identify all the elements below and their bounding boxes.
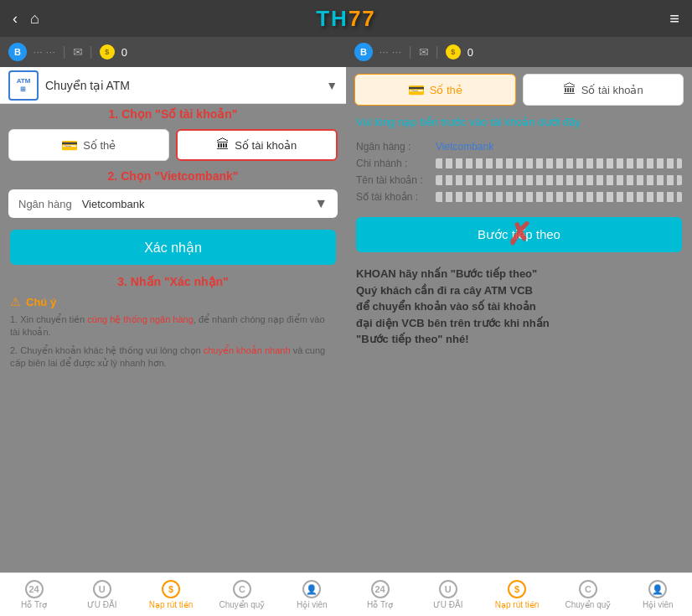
uudai-label-left: ƯU ĐÃI bbox=[87, 600, 117, 609]
bank-chevron-icon: ▼ bbox=[314, 196, 328, 211]
warning-icon-left: ⚠ bbox=[10, 295, 21, 308]
right-nav-chuyenquy[interactable]: C Chuyển quỹ bbox=[565, 580, 611, 609]
bank-info-ngan-hang: Ngân hàng : Vietcombank bbox=[356, 138, 682, 155]
right-status-bar: B ··· ··· | ✉ | $ 0 bbox=[346, 37, 692, 67]
right-tab-row: 💳 Số thẻ 🏛 Số tài khoản bbox=[346, 67, 692, 112]
right-tab-so-tai-khoan[interactable]: 🏛 Số tài khoản bbox=[523, 74, 684, 106]
uudai-icon-right: U bbox=[439, 580, 457, 598]
menu-button[interactable]: ≡ bbox=[669, 9, 679, 28]
right-bottom-nav: 24 Hỗ Trợ U ƯU ĐÃI $ Nạp rút tiền C Chuy… bbox=[346, 572, 692, 616]
left-balance: 0 bbox=[121, 46, 127, 59]
bank-info-grid: Ngân hàng : Vietcombank Chi nhánh : Tên … bbox=[346, 135, 692, 209]
bank-info-chi-nhanh-val bbox=[436, 158, 682, 168]
right-balance: 0 bbox=[467, 46, 473, 59]
naprutien-label-left: Nạp rút tiền bbox=[149, 600, 194, 609]
left-status-bar: B ··· ··· | ✉ | $ 0 bbox=[0, 37, 346, 67]
chuyenquy-label-left: Chuyển quỹ bbox=[219, 600, 265, 609]
right-nav-hoivien[interactable]: 👤 Hội viên bbox=[637, 580, 679, 609]
left-tab-row: 💳 Số thẻ 🏛 Số tài khoản bbox=[0, 124, 346, 166]
right-nav-hotro[interactable]: 24 Hỗ Trợ bbox=[359, 580, 401, 609]
bank-icon-right: 🏛 bbox=[563, 82, 576, 97]
tab-so-tai-khoan-label-left: Số tài khoản bbox=[235, 139, 297, 152]
left-mail-icon[interactable]: ✉ bbox=[73, 45, 83, 59]
card-icon-left: 💳 bbox=[61, 137, 78, 153]
tab-so-tai-khoan-left[interactable]: 🏛 Số tài khoản bbox=[176, 129, 338, 161]
right-avatar: B bbox=[354, 43, 373, 61]
atm-label: Chuyển tại ATM bbox=[45, 79, 326, 92]
uudai-label-right: ƯU ĐÃI bbox=[433, 600, 463, 609]
left-account-dots: ··· ··· bbox=[34, 48, 55, 57]
atm-icon: ATM⊞ bbox=[8, 70, 39, 101]
left-nav-chuyenquy[interactable]: C Chuyển quỹ bbox=[219, 580, 265, 609]
naprutien-icon-left: $ bbox=[162, 580, 180, 598]
left-coin-icon: $ bbox=[100, 44, 115, 60]
hotro-label-left: Hỗ Trợ bbox=[21, 600, 47, 609]
right-nav-uudai[interactable]: U ƯU ĐÃI bbox=[427, 580, 469, 609]
atm-chevron-icon: ▼ bbox=[326, 79, 338, 92]
bank-info-so-tk: Số tài khoản : bbox=[356, 189, 682, 205]
right-account-dots: ··· ··· bbox=[380, 48, 401, 57]
hoivien-label-right: Hội viên bbox=[643, 600, 674, 609]
left-nav-uudai[interactable]: U ƯU ĐÃI bbox=[81, 580, 123, 609]
back-button[interactable]: ‹ bbox=[13, 10, 18, 28]
chuyenquy-icon-right: C bbox=[579, 580, 597, 598]
right-tab-so-tai-khoan-label: Số tài khoản bbox=[581, 84, 643, 96]
right-tab-so-the[interactable]: 💳 Số thẻ bbox=[354, 74, 516, 106]
left-nav-naprutien[interactable]: $ Nạp rút tiền bbox=[149, 580, 194, 609]
bank-icon-left: 🏛 bbox=[216, 137, 230, 153]
chuyenquy-label-right: Chuyển quỹ bbox=[565, 600, 611, 609]
left-nav-hotro[interactable]: 24 Hỗ Trợ bbox=[13, 580, 55, 609]
left-nav-hoivien[interactable]: 👤 Hội viên bbox=[291, 580, 333, 609]
nav-left-controls: ‹ ⌂ bbox=[13, 10, 39, 28]
annotation-3: 3. Nhấn "Xác nhận" bbox=[0, 273, 346, 290]
hoivien-icon-right: 👤 bbox=[648, 580, 667, 598]
tab-so-the-left[interactable]: 💳 Số thẻ bbox=[8, 129, 169, 161]
right-subtitle: Vui lòng nạp tiền trước vào tài khoản dư… bbox=[346, 112, 692, 135]
right-warning-text: KHOAN hãy nhấn "Bước tiếp theo" Quý khác… bbox=[346, 261, 692, 353]
atm-selector[interactable]: ATM⊞ Chuyển tại ATM ▼ bbox=[0, 67, 346, 104]
card-icon-right: 💳 bbox=[408, 82, 425, 98]
left-note-2: 2. Chuyển khoản khác hệ thống vui lòng c… bbox=[10, 344, 336, 370]
hoivien-label-left: Hội viên bbox=[297, 600, 328, 609]
hotro-icon-left: 24 bbox=[25, 580, 44, 598]
left-avatar: B bbox=[8, 43, 27, 61]
right-panel: B ··· ··· | ✉ | $ 0 💳 Số thẻ 🏛 Số tài kh… bbox=[346, 37, 692, 616]
hotro-icon-right: 24 bbox=[371, 580, 390, 598]
left-bottom-nav: 24 Hỗ Trợ U ƯU ĐÃI $ Nạp rút tiền C Chuy… bbox=[0, 572, 346, 616]
annotation-2: 2. Chọn "Vietcombank" bbox=[0, 166, 346, 186]
top-nav: ‹ ⌂ TH77 ≡ bbox=[0, 0, 692, 37]
bank-info-chi-nhanh: Chi nhánh : bbox=[356, 155, 682, 172]
right-nav-naprutien[interactable]: $ Nạp rút tiền bbox=[495, 580, 540, 609]
left-panel: B ··· ··· | ✉ | $ 0 ATM⊞ Chuyển tại ATM … bbox=[0, 37, 346, 616]
hotro-label-right: Hỗ Trợ bbox=[367, 600, 393, 609]
bank-label: Ngân hàng bbox=[18, 198, 72, 210]
left-note-section: ⚠ Chú ý 1. Xin chuyển tiền cùng hệ thống… bbox=[0, 290, 346, 380]
chuyenquy-icon-left: C bbox=[233, 580, 251, 598]
naprutien-icon-right: $ bbox=[508, 580, 526, 598]
right-coin-icon: $ bbox=[446, 44, 461, 60]
left-note-1: 1. Xin chuyển tiền cùng hệ thống ngân hà… bbox=[10, 313, 336, 339]
bank-info-ten-tk: Tên tài khoản : bbox=[356, 172, 682, 189]
left-note-title: Chú ý bbox=[26, 296, 56, 308]
panels-row: B ··· ··· | ✉ | $ 0 ATM⊞ Chuyển tại ATM … bbox=[0, 37, 692, 616]
bank-info-so-tk-val bbox=[436, 192, 682, 202]
bank-info-ten-tk-val bbox=[436, 175, 682, 185]
next-step-container: Bước tiếp theo ✗ bbox=[356, 217, 682, 252]
right-tab-so-the-label: Số thẻ bbox=[430, 84, 462, 96]
bank-name: Vietcombank bbox=[82, 198, 315, 210]
naprutien-label-right: Nạp rút tiền bbox=[495, 600, 540, 609]
uudai-icon-left: U bbox=[93, 580, 111, 598]
app-logo: TH77 bbox=[316, 6, 376, 32]
annotation-1: 1. Chọn "Số tài khoản" bbox=[0, 104, 346, 124]
home-button[interactable]: ⌂ bbox=[30, 10, 39, 28]
bank-selector-row[interactable]: Ngân hàng Vietcombank ▼ bbox=[8, 189, 338, 218]
confirm-button[interactable]: Xác nhận bbox=[10, 230, 336, 265]
next-step-button[interactable]: Bước tiếp theo bbox=[356, 217, 682, 252]
hoivien-icon-left: 👤 bbox=[302, 580, 321, 598]
right-mail-icon[interactable]: ✉ bbox=[419, 45, 429, 59]
tab-so-the-label-left: Số thẻ bbox=[83, 139, 116, 152]
bank-info-ngan-hang-val: Vietcombank bbox=[436, 141, 682, 153]
